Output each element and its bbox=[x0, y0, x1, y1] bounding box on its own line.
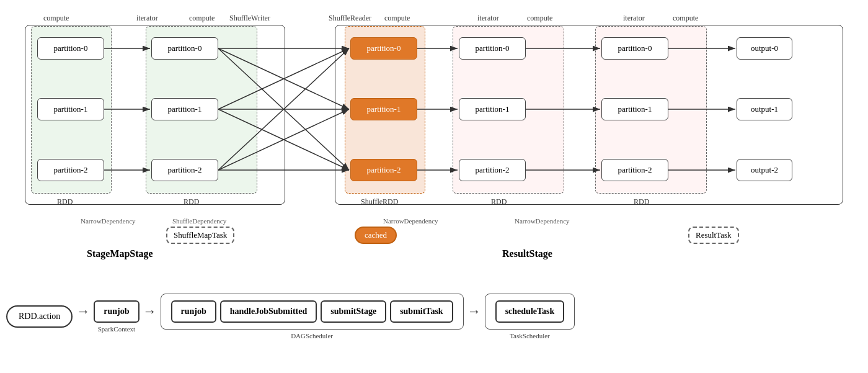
top-diagram: compute iterator compute ShuffleWriter S… bbox=[6, 6, 859, 248]
stageresult-name: ResultStage bbox=[502, 248, 552, 259]
rdd-label-3: RDD bbox=[491, 197, 507, 207]
partition-rdd2-0: partition-0 bbox=[151, 37, 218, 60]
rdd-action-oval: RDD.action bbox=[6, 305, 73, 328]
dep-narrow-2: NarrowDependency bbox=[383, 217, 438, 225]
partition-shufflerdd-2: partition-2 bbox=[350, 159, 417, 181]
partition-shufflerdd-0: partition-0 bbox=[350, 37, 417, 60]
label-compute-4: compute bbox=[527, 14, 552, 23]
partition-rdd2-1: partition-1 bbox=[151, 98, 218, 120]
rdd-label-1: RDD bbox=[57, 197, 73, 207]
stagemap-name: StageMapStage bbox=[87, 248, 153, 259]
rdd-action-item: RDD.action bbox=[6, 305, 73, 328]
bottom-diagram: RDD.action → runjob SparkContext → runjo… bbox=[6, 267, 859, 366]
partition-rdd3-1: partition-1 bbox=[459, 98, 526, 120]
dep-shuffle: ShuffleDependency bbox=[172, 217, 226, 225]
partition-rdd3-2: partition-2 bbox=[459, 159, 526, 181]
main-diagram: compute iterator compute ShuffleWriter S… bbox=[0, 0, 868, 373]
taskscheduler-label: TaskScheduler bbox=[510, 332, 550, 339]
label-iterator-3: iterator bbox=[623, 14, 645, 23]
arrow-1: → bbox=[76, 303, 90, 320]
output-1: output-1 bbox=[737, 98, 792, 120]
sparkcontext-item: runjob SparkContext bbox=[94, 300, 139, 333]
label-iterator-1: iterator bbox=[136, 14, 158, 23]
output-2: output-2 bbox=[737, 159, 792, 181]
label-compute-5: compute bbox=[673, 14, 698, 23]
partition-rdd1-2: partition-2 bbox=[37, 159, 104, 181]
rdd-label-4: RDD bbox=[634, 197, 649, 207]
dagscheduler-outer-box: runjob handleJobSubmitted submitStage su… bbox=[161, 294, 464, 330]
dag-box-handlejobsubmitted: handleJobSubmitted bbox=[220, 300, 317, 323]
shufflerdd-label: ShuffleRDD bbox=[361, 197, 398, 207]
taskscheduler-group: scheduleTask TaskScheduler bbox=[485, 294, 575, 339]
partition-shufflerdd-1: partition-1 bbox=[350, 98, 417, 120]
partition-rdd3-0: partition-0 bbox=[459, 37, 526, 60]
taskscheduler-box: scheduleTask bbox=[495, 300, 565, 323]
partition-rdd1-0: partition-0 bbox=[37, 37, 104, 60]
resulttask-box: ResultTask bbox=[688, 227, 739, 244]
dep-narrow-1: NarrowDependency bbox=[81, 217, 136, 225]
sparkcontext-box: runjob bbox=[94, 300, 139, 323]
dag-box-submittask: submitTask bbox=[390, 300, 453, 323]
label-compute-3: compute bbox=[384, 14, 410, 23]
label-shufflewriter: ShuffleWriter bbox=[229, 14, 270, 23]
cached-box: cached bbox=[355, 227, 397, 244]
partition-rdd4-2: partition-2 bbox=[601, 159, 668, 181]
dagscheduler-label: DAGScheduler bbox=[291, 332, 333, 339]
taskscheduler-outer-box: scheduleTask bbox=[485, 294, 575, 330]
arrow-2: → bbox=[143, 303, 157, 320]
partition-rdd2-2: partition-2 bbox=[151, 159, 218, 181]
rdd-label-2: RDD bbox=[184, 197, 199, 207]
arrow-3: → bbox=[467, 303, 481, 320]
dag-box-runjob: runjob bbox=[171, 300, 216, 323]
label-shufflereader: ShuffleReader bbox=[329, 14, 371, 23]
sparkcontext-label: SparkContext bbox=[98, 325, 136, 333]
label-compute-1: compute bbox=[43, 14, 69, 23]
partition-rdd4-0: partition-0 bbox=[601, 37, 668, 60]
shufflemaptask-box: ShuffleMapTask bbox=[166, 227, 234, 244]
partition-rdd1-1: partition-1 bbox=[37, 98, 104, 120]
partition-rdd4-1: partition-1 bbox=[601, 98, 668, 120]
dagscheduler-boxes-row: runjob handleJobSubmitted submitStage su… bbox=[171, 300, 453, 323]
dagscheduler-group: runjob handleJobSubmitted submitStage su… bbox=[161, 294, 464, 339]
dep-narrow-3: NarrowDependency bbox=[515, 217, 570, 225]
label-compute-2: compute bbox=[189, 14, 215, 23]
label-iterator-2: iterator bbox=[477, 14, 499, 23]
output-0: output-0 bbox=[737, 37, 792, 60]
dag-box-submitstage: submitStage bbox=[321, 300, 386, 323]
